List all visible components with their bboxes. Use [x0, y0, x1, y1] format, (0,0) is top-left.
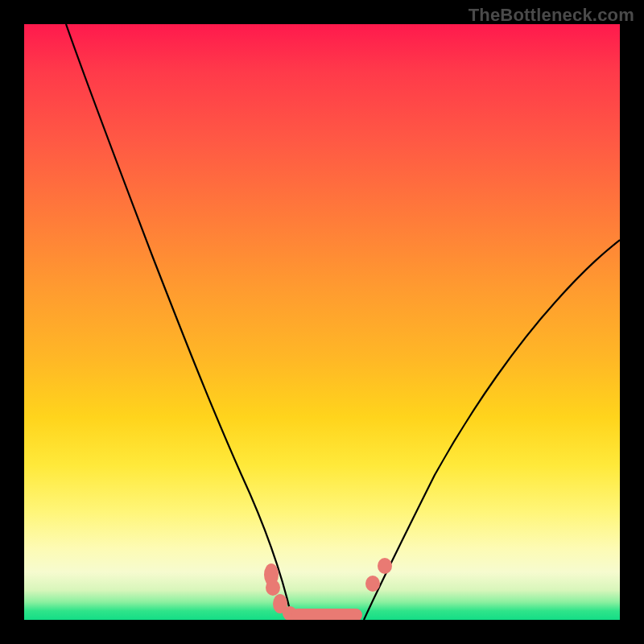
svg-point-4 [365, 576, 380, 592]
marker-cluster-right [365, 558, 392, 592]
plot-area [24, 24, 620, 620]
svg-point-3 [283, 606, 297, 620]
svg-point-1 [266, 580, 280, 596]
watermark-text: TheBottleneck.com [469, 5, 634, 26]
svg-point-2 [273, 594, 287, 613]
chart-frame: TheBottleneck.com [0, 0, 644, 644]
chart-svg [24, 24, 620, 620]
left-curve [66, 24, 292, 620]
marker-cluster-left [264, 564, 297, 620]
valley-lozenge [291, 609, 362, 620]
svg-point-0 [264, 564, 279, 586]
svg-point-5 [378, 558, 392, 574]
right-curve [364, 240, 620, 620]
